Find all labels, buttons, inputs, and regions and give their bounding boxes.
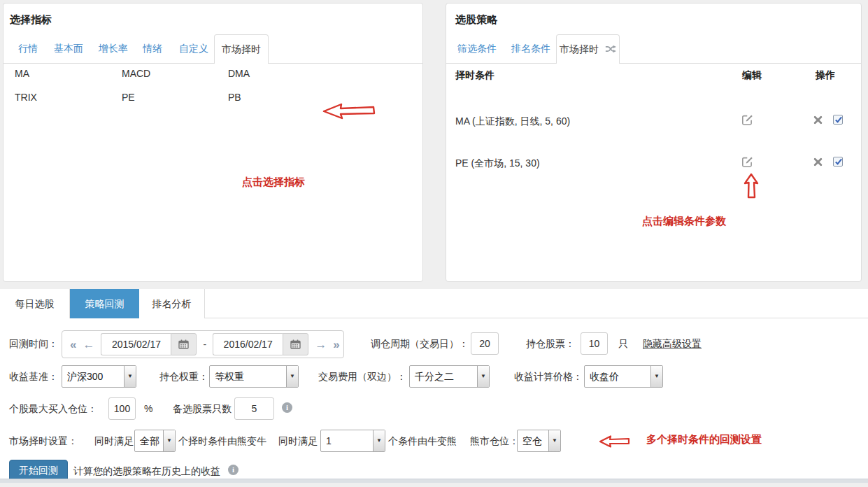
col-header-timing-condition: 择时条件 — [455, 69, 495, 82]
fast-forward-icon[interactable]: » — [333, 339, 339, 351]
annotation-timing-settings: 多个择时条件的回测设置 — [646, 431, 767, 447]
caret-down-icon: ▼ — [477, 366, 489, 387]
tab-zidingyi[interactable]: 自定义 — [179, 43, 208, 55]
annotation-arrow-left-icon — [599, 435, 631, 449]
indicator-panel: 选择指标 行情 基本面 增长率 情绪 自定义 市场择时 MA MACD DMA … — [3, 3, 423, 282]
benchmark-select[interactable]: 沪深300 ▼ — [62, 365, 136, 388]
bear-count-select[interactable]: 1 ▼ — [320, 430, 385, 452]
bear-prefix: 同时满足 — [278, 435, 318, 448]
edit-icon[interactable] — [741, 156, 753, 168]
tab-filter-conditions[interactable]: 筛选条件 — [457, 43, 497, 55]
col-header-edit: 编辑 — [742, 69, 762, 82]
weight-value: 等权重 — [215, 366, 244, 387]
bear-suffix: 个条件由牛变熊 — [388, 435, 457, 448]
annotation-select-indicator: 点击选择指标 — [242, 174, 305, 190]
holdings-input[interactable]: 10 — [581, 332, 608, 355]
strategy-panel: 选股策略 筛选条件 排名条件 市场择时 择时条件 编辑 操作 MA (上证指数,… — [446, 3, 862, 282]
tab-hangqing[interactable]: 行情 — [18, 43, 38, 55]
annotation-arrow-left-icon — [322, 102, 376, 120]
condition-pe: PE (全市场, 15, 30) — [455, 157, 540, 170]
tab-rank-conditions[interactable]: 排名条件 — [511, 43, 550, 55]
indicator-pb[interactable]: PB — [228, 92, 241, 103]
tab-market-timing-strategy-active[interactable]: 市场择时 — [556, 34, 620, 64]
start-date-input[interactable]: 2015/02/17 — [101, 333, 171, 355]
weight-label: 持仓权重： — [159, 371, 208, 383]
timing-settings-label: 市场择时设置： — [9, 435, 78, 448]
weight-select[interactable]: 等权重 ▼ — [209, 365, 299, 388]
tab-daily-picks[interactable]: 每日选股 — [0, 289, 70, 318]
holdings-label: 持仓股票： — [526, 338, 575, 351]
strategy-panel-title: 选股策略 — [455, 13, 497, 27]
start-date-group: 2015/02/17 — [101, 333, 197, 355]
caret-down-icon: ▼ — [286, 366, 298, 387]
tab-strategy-backtest[interactable]: 策略回测 — [70, 289, 139, 318]
price-basis-value: 收盘价 — [590, 366, 619, 387]
row-checkbox[interactable] — [833, 115, 843, 125]
indicator-ma[interactable]: MA — [15, 68, 29, 79]
benchmark-value: 沪深300 — [67, 366, 103, 387]
tab-rank-analysis[interactable]: 排名分析 — [139, 289, 205, 318]
date-range-group: « ← 2015/02/17 - 2016/02/17 — [62, 330, 344, 358]
col-header-action: 操作 — [816, 69, 835, 82]
check-icon — [834, 157, 843, 166]
candidate-count-input[interactable]: 5 — [234, 397, 274, 420]
max-position-label: 个股最大买入仓位： — [9, 403, 97, 416]
bull-prefix: 同时满足 — [94, 435, 134, 448]
date-separator: - — [203, 339, 206, 350]
bear-position-select[interactable]: 空仓 ▼ — [517, 430, 561, 452]
caret-down-icon: ▼ — [650, 366, 662, 387]
condition-ma: MA (上证指数, 日线, 5, 60) — [455, 115, 570, 128]
backtest-time-label: 回测时间： — [9, 338, 58, 351]
bull-count-select[interactable]: 全部 ▼ — [134, 430, 176, 452]
fast-backward-icon[interactable]: « — [70, 339, 76, 351]
rebalance-period-input[interactable]: 20 — [471, 332, 499, 355]
tab-jibenmian[interactable]: 基本面 — [54, 43, 83, 55]
indicator-tabs-underline — [3, 63, 422, 64]
tab-zengzhanglv[interactable]: 增长率 — [99, 43, 128, 55]
indicator-dma[interactable]: DMA — [228, 68, 250, 79]
end-date-input[interactable]: 2016/02/17 — [213, 333, 283, 355]
info-icon[interactable]: i — [228, 465, 239, 475]
start-date-calendar-button[interactable] — [171, 333, 197, 355]
bull-suffix: 个择时条件由熊变牛 — [178, 435, 266, 448]
strategy-tabs-underline — [446, 63, 861, 64]
tab-qingxu[interactable]: 情绪 — [143, 43, 162, 55]
caret-down-icon: ▼ — [163, 430, 175, 451]
indicator-panel-title: 选择指标 — [10, 13, 52, 27]
tab-market-timing-label: 市场择时 — [560, 43, 599, 55]
price-basis-label: 收益计算价格： — [514, 371, 583, 383]
fee-value: 千分之二 — [415, 366, 454, 387]
edit-icon[interactable] — [741, 114, 753, 126]
holdings-unit: 只 — [618, 338, 628, 351]
bear-count-value: 1 — [326, 430, 332, 451]
close-icon[interactable] — [813, 157, 823, 167]
bottom-edge-strip — [0, 479, 868, 483]
tab-market-timing-active[interactable]: 市场择时 — [214, 34, 269, 64]
bull-count-value: 全部 — [140, 430, 159, 451]
hide-advanced-link[interactable]: 隐藏高级设置 — [643, 338, 702, 351]
candidate-count-label: 备选股票只数： — [173, 403, 241, 416]
bottom-tabbar: 每日选股 策略回测 排名分析 — [0, 289, 868, 318]
caret-down-icon: ▼ — [124, 366, 136, 387]
bear-position-label: 熊市仓位： — [470, 435, 519, 448]
calendar-icon — [290, 339, 301, 349]
fee-select[interactable]: 千分之二 ▼ — [409, 365, 490, 388]
indicator-pe[interactable]: PE — [122, 92, 135, 103]
calendar-icon — [178, 339, 189, 349]
annotation-arrow-up-icon — [744, 173, 759, 199]
caret-down-icon: ▼ — [548, 430, 560, 451]
start-backtest-hint: 计算您的选股策略在历史上的收益 — [73, 465, 220, 478]
close-icon[interactable] — [813, 115, 823, 125]
step-backward-icon[interactable]: ← — [83, 339, 94, 351]
caret-down-icon: ▼ — [373, 430, 385, 451]
info-icon[interactable]: i — [282, 402, 292, 413]
rebalance-period-label: 调仓周期（交易日）： — [371, 338, 469, 351]
row-checkbox[interactable] — [833, 157, 843, 167]
indicator-trix[interactable]: TRIX — [15, 92, 37, 103]
max-position-unit: % — [144, 403, 152, 414]
step-forward-icon[interactable]: → — [315, 339, 327, 351]
price-basis-select[interactable]: 收盘价 ▼ — [584, 365, 663, 388]
indicator-macd[interactable]: MACD — [122, 68, 150, 79]
max-position-input[interactable]: 100 — [108, 397, 136, 420]
end-date-calendar-button[interactable] — [283, 333, 308, 355]
